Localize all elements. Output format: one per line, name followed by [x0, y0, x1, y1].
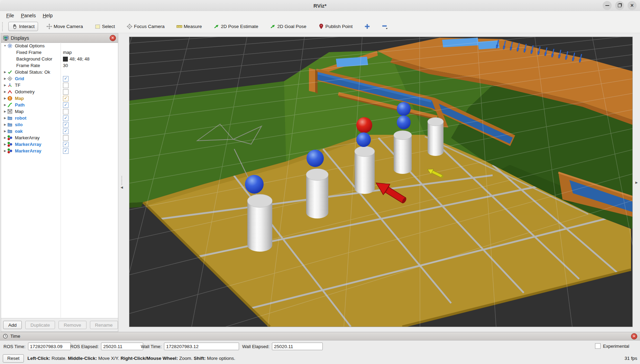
titlebar[interactable]: RViz* ×: [0, 0, 640, 11]
visibility-checkbox[interactable]: [63, 89, 68, 95]
visibility-checkbox[interactable]: [63, 135, 68, 141]
tree-row-oak[interactable]: oak: [1, 128, 118, 134]
expand-arrow-icon[interactable]: [3, 143, 7, 146]
menu-item-[interactable]: Panels: [18, 12, 39, 19]
experimental-checkbox[interactable]: [595, 343, 601, 349]
display-type-icon: [7, 142, 12, 147]
fps-counter: 31 fps: [624, 356, 637, 361]
row-value[interactable]: 30: [63, 63, 68, 68]
tree-row-marker-array-2[interactable]: MarkerArray: [1, 141, 118, 148]
wall-time-field: Wall Time: 1728207983.12: [141, 343, 239, 350]
tool-button-add-tool[interactable]: [361, 22, 374, 31]
row-label: Map: [15, 109, 24, 114]
tool-button-publish-point[interactable]: Publish Point: [315, 22, 356, 31]
expand-arrow-icon[interactable]: [3, 103, 7, 106]
visibility-checkbox[interactable]: [63, 115, 68, 121]
tree-row-grid[interactable]: Grid: [1, 75, 118, 82]
visibility-checkbox[interactable]: [63, 122, 68, 128]
silo-2: [306, 169, 328, 218]
ros-elapsed-field: ROS Elapsed: 25020.11: [70, 343, 143, 350]
tool-button-measure[interactable]: Measure: [173, 22, 205, 31]
expand-arrow-icon[interactable]: [3, 97, 7, 100]
menu-item-[interactable]: Help: [39, 12, 56, 19]
restore-button[interactable]: [615, 1, 624, 10]
expand-arrow-icon[interactable]: [3, 84, 7, 87]
expand-arrow-icon[interactable]: [3, 44, 7, 47]
ros-time-input[interactable]: 1728207983.09: [28, 343, 71, 350]
menu-item-[interactable]: File: [3, 12, 18, 19]
toolbar-drag-handle[interactable]: [2, 22, 5, 31]
display-type-icon: [7, 129, 12, 134]
expand-arrow-icon[interactable]: [3, 130, 7, 133]
expand-arrow-icon[interactable]: [3, 110, 7, 113]
time-panel-header[interactable]: Time ✕: [0, 332, 640, 340]
tree-row-robot[interactable]: robot: [1, 115, 118, 121]
tool-button-interact[interactable]: Interact: [8, 22, 38, 31]
row-value[interactable]: 48; 48; 48: [63, 56, 90, 62]
panel-collapse-left[interactable]: ◀: [119, 170, 125, 195]
statusbar: Reset Left-Click: Rotate. Middle-Click: …: [0, 353, 640, 364]
displays-button-remove[interactable]: Remove: [58, 321, 86, 329]
mouse-help-text: Left-Click: Rotate. Middle-Click: Move X…: [27, 356, 235, 361]
close-button[interactable]: ×: [628, 1, 637, 10]
tool-button-remove-tool[interactable]: [378, 22, 391, 31]
wall-elapsed-input[interactable]: 25020.11: [272, 343, 323, 350]
time-close-button[interactable]: ✕: [631, 333, 637, 339]
displays-button-duplicate[interactable]: Duplicate: [25, 321, 55, 329]
expand-arrow-icon[interactable]: [3, 90, 7, 93]
visibility-checkbox[interactable]: [63, 142, 68, 147]
tool-button-move-camera[interactable]: Move Camera: [43, 22, 86, 31]
displays-button-add[interactable]: Add: [3, 321, 22, 329]
tree-row-background-color[interactable]: Background Color 48; 48; 48: [1, 56, 118, 62]
display-type-icon: [7, 115, 12, 121]
tree-row-frame-rate[interactable]: Frame Rate 30: [1, 62, 118, 69]
visibility-checkbox[interactable]: [63, 129, 68, 134]
visibility-checkbox[interactable]: [63, 109, 68, 114]
display-type-icon: [7, 109, 12, 114]
tree-row-global-options[interactable]: Global Options: [1, 43, 118, 49]
visibility-checkbox[interactable]: [63, 96, 68, 101]
tree-row-marker-array-1[interactable]: MarkerArray: [1, 134, 118, 141]
displays-close-button[interactable]: ✕: [110, 35, 116, 41]
visibility-checkbox[interactable]: [63, 102, 68, 108]
ros-elapsed-input[interactable]: 25020.11: [101, 343, 143, 350]
restore-icon: [618, 4, 621, 7]
tree-row-map[interactable]: Map: [1, 108, 118, 115]
tool-icon: [46, 24, 52, 29]
menubar: FilePanelsHelp: [0, 11, 640, 20]
row-label: TF: [15, 83, 20, 88]
tree-row-path[interactable]: Path: [1, 102, 118, 108]
tree-row-odometry[interactable]: Odometry: [1, 88, 118, 95]
displays-button-rename[interactable]: Rename: [90, 321, 118, 329]
tool-button-2d-goal-pose[interactable]: 2D Goal Pose: [266, 22, 310, 31]
visibility-checkbox[interactable]: [63, 76, 68, 82]
tree-row-silo[interactable]: silo: [1, 121, 118, 128]
panel-collapse-right[interactable]: ▶: [634, 170, 639, 195]
expand-arrow-icon[interactable]: [3, 149, 7, 152]
tree-row-global-status[interactable]: Global Status: Ok: [1, 69, 118, 75]
tool-button-2d-pose-estimate[interactable]: 2D Pose Estimate: [210, 22, 262, 31]
tree-row-fixed-frame[interactable]: Fixed Frame map: [1, 49, 118, 56]
expand-arrow-icon[interactable]: [3, 116, 7, 120]
tool-button-select[interactable]: Select: [91, 22, 119, 31]
expand-arrow-icon[interactable]: [3, 136, 7, 139]
minimize-button[interactable]: [603, 1, 612, 10]
displays-icon: [3, 35, 9, 41]
wall-time-input[interactable]: 1728207983.12: [164, 343, 239, 350]
row-label: Map: [15, 96, 24, 101]
tool-button-focus-camera[interactable]: Focus Camera: [123, 22, 168, 31]
tree-row-tf[interactable]: TF: [1, 82, 118, 88]
visibility-checkbox[interactable]: [63, 83, 68, 88]
render-scene[interactable]: [129, 37, 632, 327]
visibility-checkbox[interactable]: [63, 148, 68, 154]
row-label: Grid: [15, 76, 24, 81]
expand-arrow-icon[interactable]: [3, 77, 7, 80]
tree-row-marker-array-3[interactable]: MarkerArray: [1, 148, 118, 154]
expand-arrow-icon[interactable]: [3, 71, 7, 74]
viewport-3d[interactable]: [129, 37, 633, 327]
tree-row-map-costmap[interactable]: Map: [1, 95, 118, 102]
reset-button[interactable]: Reset: [3, 354, 24, 363]
row-value[interactable]: map: [63, 50, 72, 55]
displays-panel-header[interactable]: Displays ✕: [1, 34, 118, 43]
expand-arrow-icon[interactable]: [3, 123, 7, 126]
